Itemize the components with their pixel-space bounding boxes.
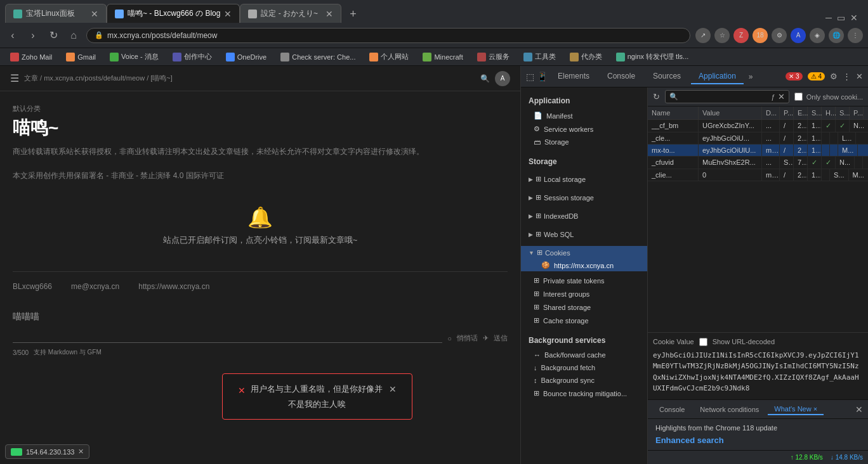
tab-blog[interactable]: 喵鸣~ - BLxcwg666 の Blog ✕	[107, 4, 240, 23]
bookmark-gongjulei[interactable]: 工具类	[518, 51, 561, 63]
url-box[interactable]: 🔒 mx.xcnya.cn/posts/default/meow	[86, 28, 690, 43]
sidebar-item-manifest[interactable]: 📄 Manifest	[521, 109, 647, 122]
minimize-button[interactable]: ─	[825, 13, 832, 23]
bottom-tab-whatsnew[interactable]: What's New ×	[768, 404, 824, 415]
tab-close-blog[interactable]: ✕	[224, 9, 232, 19]
sidebar-item-cache-storage[interactable]: ⊞ Cache storage	[521, 314, 647, 327]
sidebar-item-private-state[interactable]: ⊞ Private state tokens	[521, 274, 647, 287]
devtools-toolbar: ⬚ 📱 Elements Console Sources Application…	[521, 66, 868, 87]
cookie-secure-cle	[830, 132, 838, 144]
bottom-tab-console[interactable]: Console	[653, 404, 691, 415]
indexeddb-icon: ⊞	[536, 212, 541, 220]
bookmark-voice[interactable]: Voice - 消息	[105, 51, 164, 63]
extension-icon-4[interactable]: A	[791, 28, 806, 43]
sidebar-item-shared-storage[interactable]: ⊞ Shared storage	[521, 300, 647, 314]
cookie-row-cfuvid[interactable]: _cfuvid MuEhvShxE2R... ... S... 7... ✓ ✓…	[648, 157, 868, 169]
cookie-name-cle: _cle...	[648, 132, 699, 144]
bookmark-onedrive[interactable]: OneDrive	[221, 51, 272, 63]
sidebar-item-service-workers[interactable]: ⚙ Service workers	[521, 122, 647, 136]
bookmark-checkserver[interactable]: Check server: Che...	[275, 51, 360, 63]
sidebar-item-cookies-url[interactable]: 🍪 https://mx.xcnya.cn	[521, 259, 647, 271]
tab-settings[interactable]: 設定 - おかえり~ ✕	[240, 4, 341, 23]
bookmark-zoho[interactable]: Zoho Mail	[5, 51, 57, 63]
bookmark-nginx[interactable]: nginx 转发代理 tls...	[611, 51, 694, 63]
cookie-table[interactable]: Name Value D... P... E... S... H... S...…	[648, 106, 868, 332]
sidebar-group-header-local[interactable]: ▶ ⊞ Local storage	[521, 172, 647, 186]
filter-input[interactable]	[681, 93, 769, 101]
send-label[interactable]: 送信	[494, 333, 508, 343]
tab-close-baota[interactable]: ✕	[91, 9, 98, 19]
extension-icon-5[interactable]: ◈	[810, 28, 825, 43]
extension-icon-3[interactable]: ⚙	[772, 28, 787, 43]
devtools-more-tabs[interactable]: »	[746, 70, 756, 84]
sidebar-item-interest-groups[interactable]: ⊞ Interest groups	[521, 287, 647, 300]
extension-icon-6[interactable]: 🌐	[829, 28, 844, 43]
bookmark-gmail[interactable]: Gmail	[61, 51, 101, 63]
close-bottom-panel-icon[interactable]: ✕	[855, 404, 863, 415]
cookie-row-cfbm[interactable]: __cf_bm UGreXcbcZInY... ... / 2... 1... …	[648, 120, 868, 132]
sidebar-item-bg-fetch[interactable]: ↓ Background fetch	[521, 361, 647, 374]
forward-button[interactable]: ›	[25, 28, 41, 43]
ip-close[interactable]: ✕	[78, 448, 84, 456]
reload-button[interactable]: ↻	[46, 28, 61, 43]
bookmark-label-chuangzuo: 创作中心	[184, 52, 212, 61]
bookmark-daiban[interactable]: 代办类	[565, 51, 607, 63]
devtools-icon-device[interactable]: 📱	[537, 72, 548, 82]
cookie-value-text: eyJhbGciOiJIUzI1NiIsInR5cCI6IkpXVCJ9.eyJ…	[653, 350, 863, 394]
vertical-dots-icon[interactable]: ⋮	[843, 72, 851, 81]
restore-button[interactable]: ▭	[837, 13, 845, 23]
back-button[interactable]: ‹	[5, 28, 20, 43]
hamburger-icon[interactable]: ☰	[10, 72, 19, 84]
toast-notification: ✕ 用户名与主人重名啦，但是你好像并 不是我的主人唉 ✕	[222, 373, 412, 420]
tab-baota[interactable]: 宝塔Linux面板 ✕	[5, 4, 107, 23]
close-devtools-icon[interactable]: ✕	[856, 72, 863, 81]
show-url-decoded-checkbox[interactable]	[699, 338, 707, 346]
search-header-icon[interactable]: 🔍	[480, 74, 490, 83]
bookmark-yunfuwu[interactable]: 云服务	[472, 51, 515, 63]
filter-input-wrap: 🔍 ƒ ✕	[665, 90, 789, 103]
new-tab-button[interactable]: +	[344, 5, 362, 23]
tab-application[interactable]: Application	[691, 69, 744, 84]
menu-button[interactable]: ⋮	[848, 28, 863, 43]
close-button[interactable]: ✕	[850, 13, 858, 23]
home-button[interactable]: ⌂	[66, 28, 81, 43]
cookie-row-cle[interactable]: _cle... eyJhbGciOiU... ... / 2... 1... L…	[648, 132, 868, 145]
extension-icon-1[interactable]: Z	[733, 28, 749, 43]
sidebar-item-storage[interactable]: 🗃 Storage	[521, 136, 647, 148]
extension-icon-2[interactable]: 18	[753, 28, 768, 43]
sidebar-item-bg-sync[interactable]: ↕ Background sync	[521, 374, 647, 387]
cookie-row-mxto[interactable]: mx-to... eyJhbGciOiUlU... m... / 2... 1.…	[648, 145, 868, 157]
sidebar-item-backforward[interactable]: ↔ Back/forward cache	[521, 349, 647, 361]
tab-close-settings[interactable]: ✕	[326, 9, 333, 19]
filter-clear-button[interactable]: ✕	[778, 92, 785, 101]
share-icon[interactable]: ↗	[695, 28, 711, 43]
bookmark-minecraft[interactable]: Minecraft	[418, 51, 468, 63]
tab-console[interactable]: Console	[600, 69, 643, 84]
cookie-row-clie[interactable]: _clie... 0 m... / 2... 1... S... M...	[648, 169, 868, 181]
tab-sources[interactable]: Sources	[645, 69, 688, 84]
refresh-icon[interactable]: ↻	[653, 92, 660, 101]
sidebar-item-bounce[interactable]: ⊞ Bounce tracking mitigatio...	[521, 387, 647, 400]
toast-close-icon[interactable]: ✕	[389, 382, 397, 397]
bottom-tab-network[interactable]: Network conditions	[694, 404, 765, 415]
devtools-icon-inspect[interactable]: ⬚	[526, 72, 534, 82]
sidebar-group-header-indexeddb[interactable]: ▶ ⊞ IndexedDB	[521, 209, 647, 222]
avatar[interactable]: A	[495, 71, 510, 86]
only-show-cookies-label: Only show cooki...	[806, 93, 863, 101]
bookmark-star-icon[interactable]: ☆	[714, 28, 730, 43]
radio-icon[interactable]: ○	[447, 335, 452, 342]
comment-input[interactable]	[13, 328, 442, 343]
bookmark-chuangzuo[interactable]: 创作中心	[168, 51, 217, 63]
sidebar-group-header-websql[interactable]: ▶ ⊞ Web SQL	[521, 228, 647, 241]
only-show-cookies-checkbox[interactable]	[794, 93, 803, 101]
bookmark-favicon-yunfuwu	[477, 53, 486, 61]
settings-icon[interactable]: ⚙	[830, 72, 838, 81]
sidebar-group-header-session[interactable]: ▶ ⊞ Session storage	[521, 191, 647, 204]
indexeddb-label: IndexedDB	[544, 212, 578, 220]
filter-function-icon[interactable]: ƒ	[772, 93, 775, 101]
sidebar-group-header-cookies[interactable]: ▼ ⊞ Cookies	[521, 246, 647, 259]
bookmark-personal[interactable]: 个人网站	[364, 51, 414, 63]
devtools-bottom: Console Network conditions What's New × …	[648, 399, 868, 464]
tab-elements[interactable]: Elements	[550, 69, 597, 84]
toast-line2: 不是我的主人唉	[251, 397, 383, 411]
